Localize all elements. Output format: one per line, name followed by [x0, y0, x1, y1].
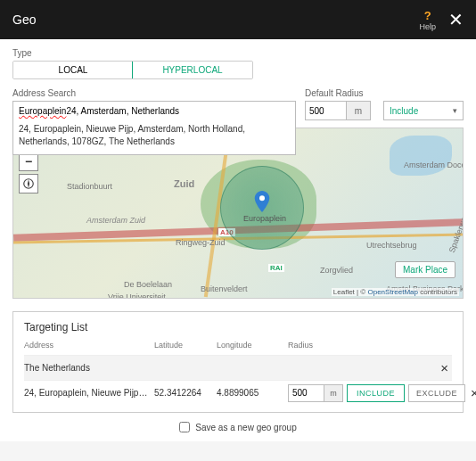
default-radius-col: Default Radius m [305, 88, 374, 120]
type-tabs: LOCAL HYPERLOCAL [12, 61, 253, 79]
help-label: Help [419, 22, 436, 31]
osm-link[interactable]: OpenStreetMap [367, 288, 417, 296]
row-lat: 52.3412264 [154, 388, 217, 398]
row-radius-unit: m [324, 384, 343, 402]
group-name: The Netherlands [24, 363, 435, 373]
row-lon: 4.8899065 [217, 388, 288, 398]
default-radius-input[interactable] [305, 101, 346, 120]
tab-local[interactable]: LOCAL [13, 62, 133, 78]
page-title: Geo [12, 12, 36, 27]
col-address: Address [24, 341, 154, 350]
include-spacer [383, 88, 464, 98]
close-button[interactable]: ✕ [448, 9, 464, 30]
address-search-input[interactable]: Europaplein 24, Amsterdam, Netherlands [12, 101, 296, 120]
radius-unit: m [346, 101, 371, 120]
compass-icon [22, 177, 35, 190]
include-col: Include ▾ [383, 88, 464, 120]
chevron-down-icon: ▾ [453, 106, 457, 115]
content: Type LOCAL HYPERLOCAL Address Search Eur… [0, 39, 476, 441]
header: Geo ? Help ✕ [0, 0, 476, 39]
row-include-button[interactable]: INCLUDE [347, 384, 405, 402]
targeting-header: Address Latitude Longitude Radius [24, 339, 452, 355]
svg-point-0 [259, 195, 265, 201]
map-pin-icon[interactable] [254, 191, 270, 212]
mark-place-button[interactable]: Mark Place [395, 261, 455, 278]
targeting-title: Targeting List [24, 321, 452, 333]
locate-button[interactable] [19, 174, 38, 193]
save-checkbox[interactable] [179, 422, 190, 432]
search-radius-row: Address Search Europaplein 24, Amsterdam… [12, 88, 464, 120]
row-address: 24, Europaplein, Nieuwe Pijp, Amst… [24, 388, 154, 398]
include-selected: Include [390, 106, 418, 116]
tab-hyperlocal[interactable]: HYPERLOCAL [132, 61, 253, 79]
targeting-list: Targeting List Address Latitude Longitud… [12, 311, 464, 413]
address-search-label: Address Search [12, 88, 296, 98]
type-label: Type [12, 48, 464, 58]
remove-row-button[interactable]: × [465, 385, 476, 400]
row-radius: m [288, 384, 343, 402]
col-lat: Latitude [154, 341, 217, 350]
help-button[interactable]: ? Help [419, 9, 436, 31]
zoom-out-button[interactable]: − [20, 152, 37, 170]
row-exclude-button[interactable]: EXCLUDE [408, 384, 465, 402]
header-actions: ? Help ✕ [419, 9, 464, 31]
save-row: Save as a new geo group [12, 413, 464, 441]
table-group-row: The Netherlands × [24, 355, 452, 380]
table-row: 24, Europaplein, Nieuwe Pijp, Amst… 52.3… [24, 380, 452, 405]
save-label: Save as a new geo group [195, 423, 296, 432]
default-radius-label: Default Radius [305, 88, 374, 98]
include-select[interactable]: Include ▾ [383, 101, 464, 120]
help-icon: ? [424, 9, 431, 22]
col-lon: Longitude [217, 341, 288, 350]
address-suggestion[interactable]: 24, Europaplein, Nieuwe Pijp, Amsterdam,… [12, 119, 296, 155]
pin-label: Europaplein [243, 214, 286, 223]
row-radius-input[interactable] [288, 384, 324, 402]
col-radius: Radius [288, 341, 332, 350]
map-attribution: Leaflet | © OpenStreetMap contributors [332, 288, 459, 296]
remove-group-button[interactable]: × [435, 360, 452, 375]
address-search-col: Address Search Europaplein 24, Amsterdam… [12, 88, 296, 120]
